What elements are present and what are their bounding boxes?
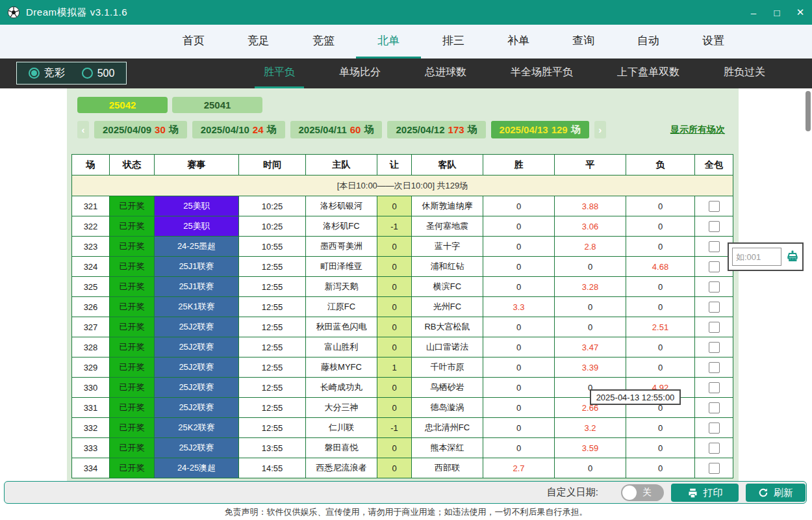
match-time-cell: 12:55 [239, 418, 306, 438]
clear-brush-icon[interactable] [785, 249, 800, 265]
match-number-input[interactable] [732, 248, 781, 266]
status-badge: 已开奖 [110, 277, 155, 297]
match-number-cell: 326 [72, 297, 110, 317]
row-checkbox[interactable] [709, 382, 720, 393]
date-tab-count: 30 [155, 124, 166, 135]
date-tab-date: 2025/04/13 [500, 124, 548, 135]
draw-odds-cell: 2.8 [555, 237, 626, 257]
row-checkbox[interactable] [709, 302, 720, 313]
row-checkbox[interactable] [709, 443, 720, 454]
table-row: 334已开奖24-25澳超14:55西悉尼流浪者0西部联2.700 [72, 458, 733, 478]
nav-item-zidong[interactable]: 自动 [616, 25, 681, 58]
prev-dates-icon[interactable]: ‹ [77, 121, 89, 138]
nav-item-paisan[interactable]: 排三 [421, 25, 486, 58]
date-tab-2[interactable]: 2025/04/1160场 [290, 121, 383, 138]
show-all-matches-link[interactable]: 显示所有场次 [670, 124, 725, 136]
home-team-cell: 长崎成功丸 [306, 378, 377, 398]
lose-odds-cell: 0 [626, 358, 695, 378]
match-time-cell: 10:55 [239, 237, 306, 257]
checkbox-cell [695, 317, 733, 337]
date-tab-0[interactable]: 2025/04/0930场 [94, 121, 187, 138]
date-tab-suffix: 场 [571, 124, 581, 136]
lose-odds-cell: 4.68 [626, 257, 695, 277]
close-icon[interactable]: ✕ [789, 0, 812, 25]
date-tab-date: 2025/04/12 [396, 124, 444, 135]
nav-item-beidan[interactable]: 北单 [356, 25, 421, 58]
row-checkbox[interactable] [709, 281, 720, 292]
mode-option-500[interactable]: 500 [82, 68, 115, 79]
home-team-cell: 磐田喜悦 [306, 438, 377, 458]
table-row: 325已开奖25J1联赛12:55新泻天鹅0横滨FC03.280 [72, 277, 733, 297]
row-checkbox[interactable] [709, 261, 720, 272]
row-checkbox[interactable] [709, 221, 720, 232]
checkbox-cell [695, 216, 733, 237]
row-checkbox[interactable] [709, 362, 720, 373]
nav-item-home[interactable]: 首页 [161, 25, 226, 58]
soccer-ball-icon [7, 6, 20, 19]
custom-date-toggle[interactable]: 关 [621, 484, 664, 501]
minimize-icon[interactable]: – [742, 0, 765, 25]
next-dates-icon[interactable]: › [594, 121, 606, 138]
print-button[interactable]: 打印 [671, 484, 739, 502]
maximize-icon[interactable]: □ [765, 0, 789, 25]
date-tab-1[interactable]: 2025/04/1024场 [192, 121, 285, 138]
nav-item-jingzu[interactable]: 竞足 [226, 25, 291, 58]
mode-option-jingcai[interactable]: 竞彩 [29, 66, 65, 80]
tab-exact-score[interactable]: 单场比分 [330, 58, 390, 88]
checkbox-cell [695, 337, 733, 358]
row-checkbox[interactable] [709, 463, 720, 474]
sub-navbar: 竞彩500 胜平负单场比分总进球数半全场胜平负上下盘单双数胜负过关 [0, 58, 812, 88]
nav-item-chaxun[interactable]: 查询 [551, 25, 616, 58]
match-number-cell: 332 [72, 418, 110, 438]
date-tab-suffix: 场 [267, 124, 277, 136]
table-row: 333已开奖25J2联赛13:55磐田喜悦0熊本深红03.590 [72, 438, 733, 458]
date-tab-3[interactable]: 2025/04/12173场 [387, 121, 485, 138]
draw-odds-cell: 3.59 [555, 438, 626, 458]
column-header: 胜 [483, 155, 555, 176]
home-team-cell: 秋田蓝色闪电 [306, 317, 377, 337]
nav-item-budan[interactable]: 补单 [486, 25, 551, 58]
tab-updown-oddeven[interactable]: 上下盘单双数 [608, 58, 689, 88]
match-number-cell: 328 [72, 337, 110, 358]
row-checkbox[interactable] [709, 422, 720, 434]
date-tabs: 2025/04/0930场2025/04/1024场2025/04/1160场2… [94, 121, 589, 138]
win-odds-cell: 0 [483, 196, 555, 216]
date-tabs-row: ‹ 2025/04/0930场2025/04/1024场2025/04/1160… [77, 121, 606, 138]
date-tab-4[interactable]: 2025/04/13129场 [491, 121, 589, 138]
issue-button-0[interactable]: 25042 [77, 97, 168, 113]
date-tab-count: 24 [253, 124, 264, 135]
nav-item-jinglan[interactable]: 竞篮 [291, 25, 356, 58]
print-label: 打印 [704, 487, 723, 499]
row-checkbox[interactable] [709, 241, 720, 252]
table-row: 332已开奖25K2联赛12:55仁川联-1忠北清州FC03.20 [72, 418, 733, 438]
refresh-button[interactable]: 刷新 [746, 484, 806, 502]
league-badge: 25J2联赛 [155, 438, 239, 458]
tab-half-full-wdl[interactable]: 半全场胜平负 [501, 58, 582, 88]
mode-option-label: 竞彩 [44, 66, 65, 80]
match-number-cell: 333 [72, 438, 110, 458]
home-team-cell: 洛杉矶银河 [306, 196, 377, 216]
row-checkbox[interactable] [709, 201, 720, 212]
away-team-cell: 浦和红钻 [412, 257, 483, 277]
checkbox-cell [695, 398, 733, 418]
status-badge: 已开奖 [110, 237, 155, 257]
column-header: 负 [626, 155, 695, 176]
row-checkbox[interactable] [709, 342, 720, 353]
nav-item-shezhi[interactable]: 设置 [681, 25, 746, 58]
lose-odds-cell: 2.51 [626, 317, 695, 337]
status-badge: 已开奖 [110, 317, 155, 337]
home-team-cell: 富山胜利 [306, 337, 377, 358]
tab-win-draw-lose[interactable]: 胜平负 [255, 58, 304, 88]
tab-winlose-parlay[interactable]: 胜负过关 [715, 58, 774, 88]
row-checkbox[interactable] [709, 322, 720, 333]
column-header: 状态 [110, 155, 155, 176]
lose-odds-cell: 0 [626, 458, 695, 478]
row-checkbox[interactable] [709, 402, 720, 413]
table-row: 324已开奖25J1联赛12:55町田泽维亚0浦和红钻004.68 [72, 257, 733, 277]
date-tab-count: 60 [350, 124, 361, 135]
refresh-label: 刷新 [774, 487, 793, 499]
tab-total-goals[interactable]: 总进球数 [416, 58, 476, 88]
issue-button-1[interactable]: 25041 [172, 97, 262, 113]
vertical-scrollbar-thumb[interactable] [806, 91, 811, 131]
lose-odds-cell: 0 [626, 337, 695, 358]
